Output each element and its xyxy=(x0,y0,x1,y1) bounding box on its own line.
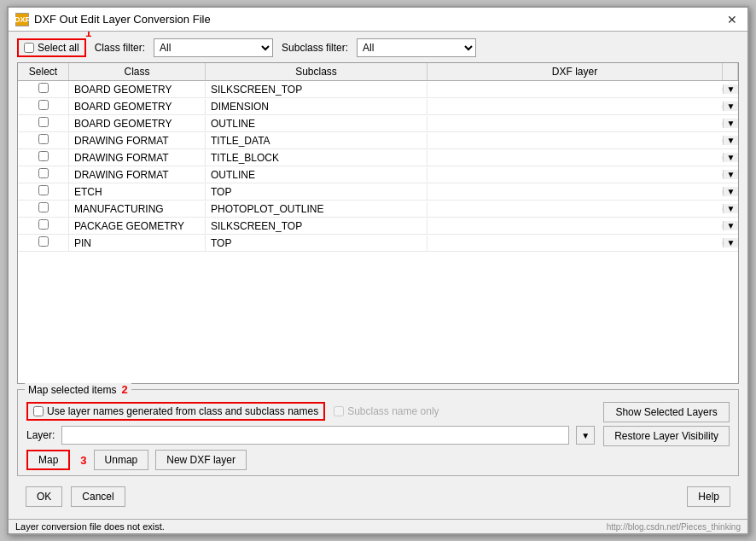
map-options-row: Use layer names generated from class and… xyxy=(26,402,730,470)
row-scroll-0[interactable]: ▼ xyxy=(723,84,738,94)
map-panel: Map selected items 2 Use layer names gen… xyxy=(17,389,739,476)
map-options-left: Use layer names generated from class and… xyxy=(26,402,595,470)
col-header-class: Class xyxy=(69,63,206,80)
use-layer-checkbox[interactable] xyxy=(33,406,44,416)
restore-layer-visibility-button[interactable]: Restore Layer Visibility xyxy=(603,426,730,446)
row-dxf-4 xyxy=(427,156,723,160)
side-buttons: Show Selected Layers Restore Layer Visib… xyxy=(603,402,730,446)
row-checkbox-5[interactable] xyxy=(38,168,49,178)
main-content: 1 Select all Class filter: All Subclass … xyxy=(9,32,747,519)
select-all-checkbox-container[interactable]: Select all xyxy=(17,38,86,57)
row-checkbox-8[interactable] xyxy=(38,219,49,230)
row-scroll-5[interactable]: ▼ xyxy=(723,170,738,179)
row-subclass-1: DIMENSION xyxy=(206,99,427,114)
row-scroll-1[interactable]: ▼ xyxy=(723,102,738,111)
help-button[interactable]: Help xyxy=(687,486,730,507)
statusbar: Layer conversion file does not exist. ht… xyxy=(9,519,747,533)
col-header-dxf: DXF layer xyxy=(427,63,723,80)
row-scroll-6[interactable]: ▼ xyxy=(723,187,738,196)
row-checkbox-7[interactable] xyxy=(38,202,49,212)
layer-label: Layer: xyxy=(26,429,55,441)
class-filter-select[interactable]: All xyxy=(154,38,273,57)
row-dxf-6 xyxy=(427,190,723,194)
row-subclass-3: TITLE_DATA xyxy=(206,133,427,148)
row-scroll-9[interactable]: ▼ xyxy=(723,238,738,247)
titlebar-left: DXF DXF Out Edit Layer Conversion File xyxy=(15,13,211,26)
row-class-6: ETCH xyxy=(69,184,206,200)
row-checkbox-0[interactable] xyxy=(38,83,49,93)
ok-button[interactable]: OK xyxy=(26,486,62,507)
row-class-1: BOARD GEOMETRY xyxy=(69,99,206,114)
row-checkbox-4[interactable] xyxy=(38,151,49,161)
row-scroll-4[interactable]: ▼ xyxy=(723,153,738,162)
row-scroll-7[interactable]: ▼ xyxy=(723,204,738,213)
row-dxf-5 xyxy=(427,173,723,177)
status-message: Layer conversion file does not exist. xyxy=(15,521,165,532)
layer-dropdown-btn[interactable]: ▼ xyxy=(576,426,595,445)
row-select-0[interactable] xyxy=(18,81,69,97)
map-row2: Layer: ▼ xyxy=(26,426,595,445)
layer-input[interactable] xyxy=(61,426,569,445)
row-scroll-3[interactable]: ▼ xyxy=(723,136,738,145)
row-dxf-1 xyxy=(427,105,723,108)
row-subclass-8: SILKSCREEN_TOP xyxy=(206,218,427,234)
row-subclass-9: TOP xyxy=(206,236,427,251)
cancel-button[interactable]: Cancel xyxy=(71,486,125,507)
annotation-3: 3 xyxy=(80,454,86,467)
table-row: DRAWING FORMAT OUTLINE ▼ xyxy=(18,166,738,183)
new-dxf-layer-button[interactable]: New DXF layer xyxy=(155,450,247,470)
table-row: DRAWING FORMAT TITLE_DATA ▼ xyxy=(18,132,738,149)
col-header-select: Select xyxy=(18,63,69,80)
watermark: http://blog.csdn.net/Pieces_thinking xyxy=(607,522,741,532)
bottom-right: Help xyxy=(687,486,730,507)
row-scroll-2[interactable]: ▼ xyxy=(723,119,738,128)
map-row1: Use layer names generated from class and… xyxy=(26,402,595,421)
app-icon: DXF xyxy=(15,13,29,26)
main-window: DXF DXF Out Edit Layer Conversion File ✕… xyxy=(7,6,749,535)
row-checkbox-9[interactable] xyxy=(38,236,49,247)
row-checkbox-6[interactable] xyxy=(38,185,49,195)
table-row: BOARD GEOMETRY SILKSCREEN_TOP ▼ xyxy=(18,81,738,98)
annotation-2: 2 xyxy=(121,383,127,396)
subclass-filter-select[interactable]: All xyxy=(357,38,476,57)
map-panel-title: Map selected items 2 xyxy=(25,383,131,396)
use-layer-checkbox-container[interactable]: Use layer names generated from class and… xyxy=(26,402,325,421)
select-all-label: Select all xyxy=(38,42,79,54)
table-row: PIN TOP ▼ xyxy=(18,235,738,252)
row-dxf-3 xyxy=(427,139,723,143)
annotation-1: 1 xyxy=(85,32,91,39)
row-dxf-0 xyxy=(427,88,723,91)
bottom-buttons: OK Cancel Help xyxy=(17,481,739,512)
unmap-button[interactable]: Unmap xyxy=(94,450,149,470)
subclass-only-label: Subclass name only xyxy=(347,405,439,417)
map-panel-inner: Use layer names generated from class and… xyxy=(26,402,730,470)
select-all-checkbox[interactable] xyxy=(24,43,34,53)
row-class-2: BOARD GEOMETRY xyxy=(69,116,206,131)
row-checkbox-3[interactable] xyxy=(38,134,49,144)
show-selected-layers-button[interactable]: Show Selected Layers xyxy=(603,402,730,422)
row-class-7: MANUFACTURING xyxy=(69,201,206,217)
table-row: BOARD GEOMETRY DIMENSION ▼ xyxy=(18,98,738,115)
row-class-5: DRAWING FORMAT xyxy=(69,167,206,183)
row-scroll-8[interactable]: ▼ xyxy=(723,221,738,230)
row-dxf-7 xyxy=(427,207,723,211)
row-checkbox-2[interactable] xyxy=(38,117,49,127)
row-class-4: DRAWING FORMAT xyxy=(69,150,206,166)
col-header-scroll xyxy=(723,63,738,80)
map-button[interactable]: Map xyxy=(26,450,70,470)
row-subclass-2: OUTLINE xyxy=(206,116,427,131)
subclass-only-checkbox[interactable] xyxy=(334,406,344,416)
row-class-9: PIN xyxy=(69,236,206,251)
close-button[interactable]: ✕ xyxy=(724,11,741,28)
table-row: ETCH TOP ▼ xyxy=(18,183,738,201)
row-dxf-8 xyxy=(427,224,723,228)
map-row3: Map 3 Unmap New DXF layer xyxy=(26,450,595,470)
table-row: MANUFACTURING PHOTOPLOT_OUTLINE ▼ xyxy=(18,201,738,218)
row-checkbox-1[interactable] xyxy=(38,100,49,110)
table-body: BOARD GEOMETRY SILKSCREEN_TOP ▼ BOARD GE… xyxy=(18,81,738,383)
table-row: DRAWING FORMAT TITLE_BLOCK ▼ xyxy=(18,149,738,166)
table-row: BOARD GEOMETRY OUTLINE ▼ xyxy=(18,115,738,132)
row-subclass-7: PHOTOPLOT_OUTLINE xyxy=(206,201,427,217)
window-title: DXF Out Edit Layer Conversion File xyxy=(34,13,211,26)
use-layer-label: Use layer names generated from class and… xyxy=(47,405,318,417)
